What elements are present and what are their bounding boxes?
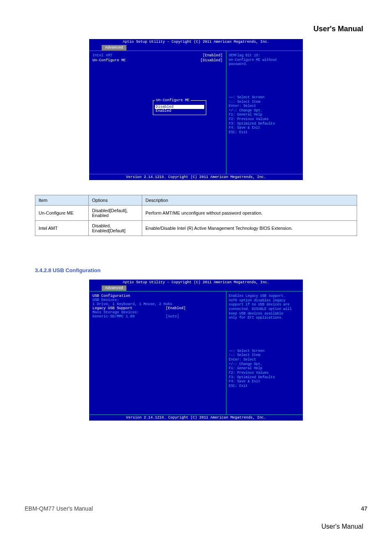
page-label: User's Manual [321, 523, 363, 530]
popup-option-enabled: Enabled [155, 109, 204, 113]
footer-page-number: 47 [361, 505, 367, 512]
cell-item: Un-Configure ME [35, 206, 89, 221]
setting-intel-amt-value: [Enabled] [203, 53, 223, 58]
amt-settings-table: Item Options Description Un-Configure ME… [35, 195, 357, 236]
tab-advanced: Advanced [101, 45, 127, 51]
cell-item: Intel AMT [35, 221, 89, 236]
cell-description: Enable/Disable Intel (R) Active Manageme… [142, 221, 357, 236]
bios-screenshot-amt: Aptio Setup Utility – Copyright (C) 2011… [89, 39, 303, 179]
popup-option-disabled: Disabled [155, 105, 204, 109]
setting-unconfigure-label: Un-Configure ME [92, 58, 201, 62]
table-header-item: Item [35, 195, 89, 206]
footer-left: EBM-QM77 User's Manual [25, 505, 93, 512]
section-heading-usb-config: 3.4.2.8 USB Configuration [35, 267, 101, 273]
bios-footer: Version 2.14.1219. Copyright (C) 2011 Am… [89, 414, 303, 421]
bios-left-pane: USB Configuration USB Devices: 1 Drive, … [89, 291, 226, 414]
bios-footer: Version 2.14.1219. Copyright (C) 2011 Am… [89, 174, 303, 180]
usb-line: USB Configuration [92, 294, 223, 298]
cell-options: Disabled[Default], Enabled [89, 206, 142, 221]
bios-title-bar: Aptio Setup Utility – Copyright (C) 2011… [89, 280, 303, 285]
help-description: OEMFlag Bit 15: Un-Configure ME without … [229, 53, 300, 67]
bios-left-pane: Intel AMT[Enabled] Un-Configure ME[Disab… [89, 51, 226, 174]
popup-title: Un-Configure ME [155, 98, 191, 102]
setting-intel-amt-label: Intel AMT [92, 53, 203, 58]
help-keys: →←: Select Screen ↑↓: Select Item Enter:… [229, 95, 300, 135]
bios-tab-bar: Advanced [89, 45, 303, 51]
tab-advanced: Advanced [101, 285, 127, 291]
bios-tab-bar: Advanced [89, 285, 303, 291]
cell-description: Perform AMT/ME unconfigure without passw… [142, 206, 357, 221]
setting-unconfigure-value: [Disabled] [201, 58, 223, 62]
table-row: Un-Configure ME Disabled[Default], Enabl… [35, 206, 357, 221]
table-row: Intel AMT Disabled, Enabled[Default] Ena… [35, 221, 357, 236]
table-header-description: Description [142, 195, 357, 206]
usb-line: USB Devices: [92, 298, 223, 302]
unconfigure-me-popup: Un-Configure ME Disabled Enabled [153, 100, 206, 115]
page-footer: EBM-QM77 User's Manual 47 [25, 505, 367, 512]
bios-screenshot-usb: Aptio Setup Utility – Copyright (C) 2011… [89, 280, 303, 419]
page-header-title: User's Manual [314, 25, 363, 33]
table-header-options: Options [89, 195, 142, 206]
bios-help-pane: Enables Legacy USB support. AUTO option … [226, 291, 303, 414]
usb-line: Legacy USB Support [Enabled] [92, 306, 223, 310]
bios-help-pane: OEMFlag Bit 15: Un-Configure ME without … [226, 51, 303, 174]
usb-line: 1 Drive, 1 Keyboard, 1 Mouse, 2 Hubs [92, 302, 223, 306]
cell-options: Disabled, Enabled[Default] [89, 221, 142, 236]
bios-title-bar: Aptio Setup Utility – Copyright (C) 2011… [89, 39, 303, 45]
usb-line: Generic-SD/MMC 1.00 [Auto] [92, 314, 223, 319]
help-description: Enables Legacy USB support. AUTO option … [229, 294, 300, 320]
help-keys: →←: Select Screen ↑↓: Select Item Enter:… [229, 349, 300, 388]
usb-line: Mass Storage Devices: [92, 310, 223, 314]
